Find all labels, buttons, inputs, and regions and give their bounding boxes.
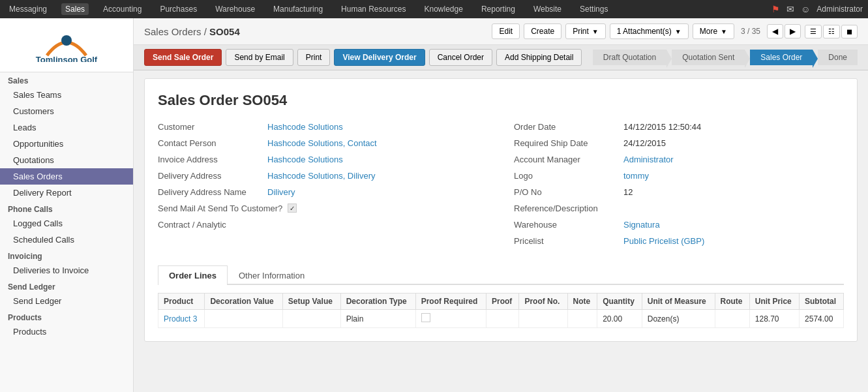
nav-counter: 3 / 35: [741, 27, 760, 36]
nav-purchases[interactable]: Purchases: [156, 3, 201, 15]
table-row: Product 3 Plain 20.00 Dozen(s): [158, 310, 844, 328]
document-area: Sales Order SO054 Customer Hashcode Solu…: [134, 70, 868, 392]
order-date-value: 14/12/2015 12:50:44: [623, 122, 701, 132]
delivery-address-value[interactable]: Hashcode Solutions, Dilivery: [267, 171, 375, 181]
add-shipping-detail-button[interactable]: Add Shipping Detail: [496, 49, 582, 66]
nav-messaging[interactable]: Messaging: [5, 3, 51, 15]
tab-other-information[interactable]: Other Information: [228, 265, 316, 285]
sidebar-item-quotations[interactable]: Quotations: [0, 152, 133, 168]
nav-accounting[interactable]: Accounting: [99, 3, 145, 15]
send-mail-checkbox[interactable]: ✓: [288, 204, 297, 213]
workflow-step-sent[interactable]: Quotation Sent: [672, 50, 745, 65]
field-po-no: P/O No 12: [514, 187, 844, 197]
field-delivery-address-name: Delivery Address Name Dilivery: [158, 187, 488, 197]
kanban-view-button[interactable]: ☷: [823, 25, 840, 38]
sidebar-item-sales-orders[interactable]: Sales Orders: [0, 168, 133, 185]
sidebar-item-scheduled-calls[interactable]: Scheduled Calls: [0, 232, 133, 248]
breadcrumb-separator: /: [204, 26, 209, 37]
nav-manufacturing[interactable]: Manufacturing: [269, 3, 327, 15]
customer-value[interactable]: Hashcode Solutions: [267, 122, 343, 132]
pricelist-label: Pricelist: [514, 236, 618, 246]
warehouse-value[interactable]: Signatura: [623, 220, 660, 230]
row-unit-price: 128.70: [749, 310, 799, 328]
nav-knowledge[interactable]: Knowledge: [420, 3, 466, 15]
row-product[interactable]: Product 3: [158, 310, 205, 328]
calendar-view-button[interactable]: ◼: [841, 25, 858, 38]
products-section-header[interactable]: Products: [0, 309, 133, 324]
workflow-step-sales-order[interactable]: Sales Order: [750, 50, 813, 65]
more-button[interactable]: More ▼: [693, 23, 734, 39]
nav-reporting[interactable]: Reporting: [477, 3, 519, 15]
view-delivery-order-button[interactable]: View Delivery Order: [334, 49, 425, 66]
pricelist-value[interactable]: Public Pricelist (GBP): [623, 236, 704, 246]
send-sale-order-button[interactable]: Send Sale Order: [144, 49, 222, 66]
avatar[interactable]: ☺: [801, 4, 810, 14]
sidebar-item-products[interactable]: Products: [0, 324, 133, 340]
sidebar-item-delivery-report[interactable]: Delivery Report: [0, 185, 133, 201]
field-logo: Logo tommy: [514, 171, 844, 181]
field-customer: Customer Hashcode Solutions: [158, 122, 488, 132]
field-order-date: Order Date 14/12/2015 12:50:44: [514, 122, 844, 132]
row-proof-required[interactable]: [415, 310, 486, 328]
next-button[interactable]: ▶: [785, 24, 801, 38]
notification-icon[interactable]: ⚑: [771, 4, 780, 14]
sidebar-item-leads[interactable]: Leads: [0, 119, 133, 136]
col-decoration-value: Decoration Value: [205, 294, 282, 310]
invoice-address-value[interactable]: Hashcode Solutions: [267, 155, 343, 164]
sidebar-item-deliveries-to-invoice[interactable]: Deliveries to Invoice: [0, 262, 133, 279]
print-button[interactable]: Print ▼: [565, 23, 606, 39]
tab-order-lines[interactable]: Order Lines: [158, 265, 228, 285]
customer-label: Customer: [158, 122, 262, 132]
admin-label: Administrator: [816, 5, 863, 14]
delivery-address-name-value[interactable]: Dilivery: [267, 187, 295, 197]
nav-arrows: ◀ ▶: [767, 24, 801, 38]
create-button[interactable]: Create: [524, 23, 561, 39]
edit-button[interactable]: Edit: [492, 23, 520, 39]
account-manager-value[interactable]: Administrator: [623, 155, 674, 164]
invoice-address-label: Invoice Address: [158, 155, 262, 164]
nav-warehouse[interactable]: Warehouse: [211, 3, 259, 15]
doc-tabs: Order Lines Other Information: [158, 265, 844, 285]
print-action-button[interactable]: Print: [297, 49, 331, 66]
send-by-email-button[interactable]: Send by Email: [226, 49, 293, 66]
list-view-button[interactable]: ☰: [805, 25, 822, 38]
sales-section-header[interactable]: Sales: [0, 72, 133, 87]
breadcrumb-current: SO054: [209, 26, 240, 37]
doc-left-column: Customer Hashcode Solutions Contact Pers…: [158, 122, 488, 252]
nav-hr[interactable]: Human Resources: [337, 3, 410, 15]
account-manager-label: Account Manager: [514, 155, 618, 164]
send-ledger-section-header[interactable]: Send Ledger: [0, 279, 133, 293]
row-decoration-type: Plain: [340, 310, 415, 328]
sidebar-item-logged-calls[interactable]: Logged Calls: [0, 215, 133, 232]
required-ship-date-label: Required Ship Date: [514, 138, 618, 148]
breadcrumb-parent[interactable]: Sales Orders: [144, 26, 202, 37]
field-delivery-address: Delivery Address Hashcode Solutions, Dil…: [158, 171, 488, 181]
sidebar-item-send-ledger[interactable]: Send Ledger: [0, 293, 133, 309]
phone-calls-section-header[interactable]: Phone Calls: [0, 201, 133, 215]
prev-button[interactable]: ◀: [767, 24, 783, 38]
logo-value[interactable]: tommy: [623, 171, 649, 181]
sidebar-item-sales-teams[interactable]: Sales Teams: [0, 87, 133, 103]
col-proof-no: Proof No.: [519, 294, 567, 310]
workflow-step-done[interactable]: Done: [818, 50, 858, 65]
attachments-button[interactable]: 1 Attachment(s) ▼: [610, 23, 689, 39]
contact-person-label: Contact Person: [158, 138, 262, 148]
workflow-step-draft[interactable]: Draft Quotation: [593, 50, 666, 65]
row-subtotal: 2574.00: [800, 310, 844, 328]
row-decoration-value: [205, 310, 282, 328]
cancel-order-button[interactable]: Cancel Order: [429, 49, 492, 66]
nav-website[interactable]: Website: [530, 3, 565, 15]
workflow-steps: Draft Quotation Quotation Sent Sales Ord…: [593, 50, 858, 65]
row-proof: [486, 310, 518, 328]
proof-required-checkbox[interactable]: [421, 313, 430, 322]
sidebar-item-customers[interactable]: Customers: [0, 103, 133, 119]
nav-sales[interactable]: Sales: [61, 3, 89, 15]
sidebar-item-opportunities[interactable]: Opportunities: [0, 136, 133, 152]
header-bar: Sales Orders / SO054 Edit Create Print ▼…: [134, 18, 868, 45]
contract-analytic-label: Contract / Analytic: [158, 220, 262, 230]
message-icon[interactable]: ✉: [786, 4, 794, 14]
nav-settings[interactable]: Settings: [576, 3, 612, 15]
col-proof: Proof: [486, 294, 518, 310]
contact-person-value[interactable]: Hashcode Solutions, Contact: [267, 138, 377, 148]
invoicing-section-header[interactable]: Invoicing: [0, 248, 133, 262]
